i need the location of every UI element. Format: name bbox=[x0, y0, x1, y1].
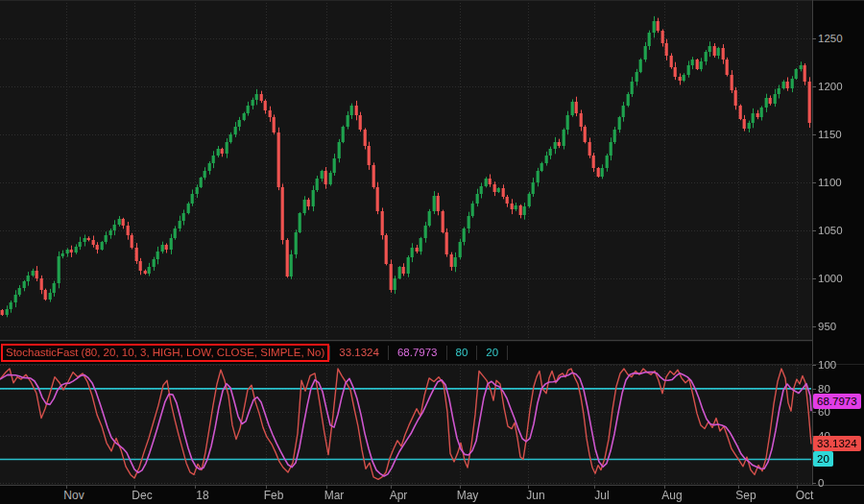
price-chart-canvas[interactable] bbox=[0, 0, 812, 342]
window-top-border bbox=[0, 0, 864, 1]
fastk-price-badge: 33.1324 bbox=[813, 436, 861, 451]
price-tick-mark bbox=[812, 182, 816, 183]
stochastic-overbought-value: 80 bbox=[447, 346, 478, 360]
chart-window: 125012001150110010501000950 100806040200… bbox=[0, 0, 864, 504]
month-tick-mark bbox=[528, 485, 529, 489]
month-label-oct: Oct bbox=[788, 489, 821, 502]
stoch-tick-label: 0 bbox=[818, 476, 824, 490]
stochastic-indicator-label: StochasticFast (80, 20, 10, 3, HIGH, LOW… bbox=[6, 347, 324, 358]
stochastic-indicator-label-box[interactable]: StochasticFast (80, 20, 10, 3, HIGH, LOW… bbox=[1, 344, 329, 362]
time-axis-border bbox=[0, 485, 864, 486]
stochastic-oversold-value: 20 bbox=[477, 346, 508, 360]
month-tick-mark bbox=[797, 485, 798, 489]
month-label-mar: Mar bbox=[318, 489, 350, 502]
price-tick-mark bbox=[812, 38, 816, 39]
main-panel-divider bbox=[0, 340, 812, 341]
month-tick-mark bbox=[460, 485, 461, 489]
price-tick-label: 1100 bbox=[818, 176, 842, 189]
month-tick-mark bbox=[266, 485, 267, 489]
month-tick-mark bbox=[134, 485, 135, 489]
price-tick-mark bbox=[812, 134, 816, 135]
month-label-apr: Apr bbox=[382, 489, 415, 502]
indicator-row-divider bbox=[0, 364, 864, 365]
month-label-sep: Sep bbox=[730, 489, 762, 502]
fastd-price-badge: 68.7973 bbox=[813, 394, 861, 409]
stochastic-chart-canvas[interactable] bbox=[0, 365, 812, 485]
price-tick-mark bbox=[812, 86, 816, 87]
price-tick-label: 1250 bbox=[818, 32, 843, 45]
month-tick-mark bbox=[664, 485, 665, 489]
month-label-18: 18 bbox=[186, 489, 219, 502]
price-tick-mark bbox=[812, 326, 816, 327]
month-label-may: May bbox=[451, 489, 484, 502]
price-tick-label: 1200 bbox=[818, 80, 843, 93]
price-tick-label: 950 bbox=[818, 320, 836, 333]
month-tick-mark bbox=[738, 485, 739, 489]
price-tick-mark bbox=[812, 278, 816, 279]
month-tick-mark bbox=[391, 485, 392, 489]
indicator-row: StochasticFast (80, 20, 10, 3, HIGH, LOW… bbox=[0, 342, 864, 364]
price-tick-label: 1150 bbox=[818, 128, 842, 141]
month-label-dec: Dec bbox=[126, 489, 158, 502]
stochastic-fastk-value: 33.1324 bbox=[329, 346, 389, 360]
month-tick-mark bbox=[326, 485, 327, 489]
month-label-feb: Feb bbox=[257, 489, 290, 502]
month-label-jun: Jun bbox=[519, 489, 552, 502]
price-tick-label: 1050 bbox=[818, 224, 843, 237]
stoch-tick-mark bbox=[812, 483, 816, 484]
stoch-tick-mark bbox=[812, 365, 816, 366]
month-label-jul: Jul bbox=[586, 489, 618, 502]
stoch-tick-mark bbox=[812, 389, 816, 390]
month-tick-mark bbox=[66, 485, 67, 489]
stoch-tick-mark bbox=[812, 412, 816, 413]
month-label-aug: Aug bbox=[656, 489, 688, 502]
month-label-nov: Nov bbox=[58, 489, 90, 502]
month-tick-mark bbox=[195, 485, 196, 489]
price-tick-label: 1000 bbox=[818, 272, 843, 285]
price-tick-mark bbox=[812, 230, 816, 231]
stochastic-fastd-value: 68.7973 bbox=[389, 346, 447, 360]
month-tick-mark bbox=[594, 485, 595, 489]
oversold-level-badge: 20 bbox=[813, 451, 833, 467]
